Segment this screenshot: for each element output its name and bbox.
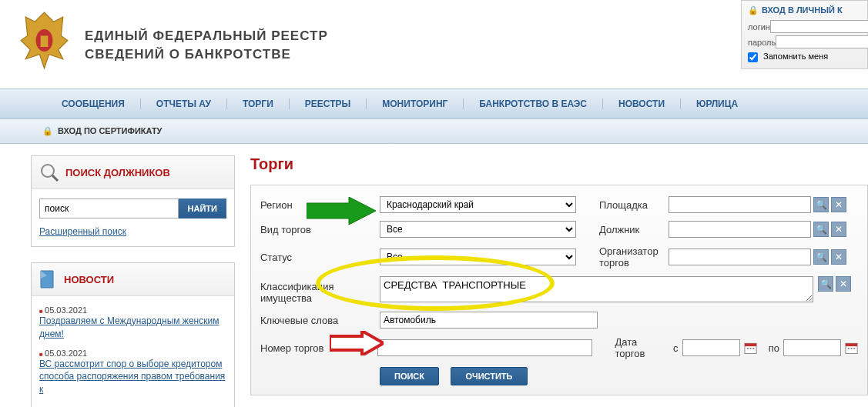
remember-checkbox[interactable]	[748, 52, 758, 62]
login-box-title[interactable]: 🔒ВХОД В ЛИЧНЫЙ К	[748, 5, 861, 15]
organizer-clear-icon[interactable]: ✕	[831, 249, 846, 265]
date-to-label: по	[769, 342, 779, 354]
news-icon	[38, 268, 58, 291]
svg-rect-9	[752, 348, 754, 349]
nav-eaes[interactable]: БАНКРОТСТВО В ЕАЭС	[464, 98, 603, 109]
debtor-lookup-icon[interactable]: 🔍	[813, 222, 829, 237]
svg-point-2	[42, 165, 54, 177]
svg-rect-12	[848, 348, 850, 349]
calendar-icon[interactable]	[845, 341, 858, 355]
region-select[interactable]: Краснодарский край	[380, 196, 576, 213]
password-input[interactable]	[776, 35, 868, 48]
date-label: Дата торгов	[615, 336, 668, 359]
news-date: 05.03.2021	[39, 305, 226, 315]
nav-news[interactable]: НОВОСТИ	[603, 98, 681, 109]
debtor-clear-icon[interactable]: ✕	[831, 222, 846, 237]
keywords-label: Ключевые слова	[260, 315, 380, 326]
platform-clear-icon[interactable]: ✕	[831, 197, 846, 212]
news-link[interactable]: Поздравляем с Международным женским днем…	[39, 315, 226, 341]
svg-rect-1	[41, 35, 49, 47]
date-from-input[interactable]	[682, 339, 740, 356]
debtor-search-input[interactable]	[39, 198, 179, 219]
number-label: Номер торгов	[260, 342, 377, 354]
svg-rect-5	[745, 343, 756, 346]
svg-rect-11	[846, 343, 857, 346]
svg-rect-7	[746, 348, 748, 349]
svg-rect-8	[749, 348, 751, 349]
advanced-search-link[interactable]: Расширенный поиск	[39, 226, 126, 237]
news-widget-title: НОВОСТИ	[64, 274, 114, 285]
organizer-label: Организатор торгов	[599, 245, 669, 269]
news-item: 05.03.2021 Поздравляем с Международным ж…	[39, 305, 226, 341]
password-label: пароль	[748, 38, 776, 47]
news-widget: НОВОСТИ 05.03.2021 Поздравляем с Междуна…	[31, 262, 235, 407]
platform-lookup-icon[interactable]: 🔍	[813, 197, 829, 212]
type-select[interactable]: Все	[380, 221, 576, 238]
status-label: Статус	[260, 252, 380, 263]
region-label: Регион	[260, 199, 380, 211]
emblem-icon	[15, 8, 73, 73]
type-label: Вид торгов	[260, 224, 380, 235]
nav-monitoring[interactable]: МОНИТОРИНГ	[367, 98, 464, 109]
nav-messages[interactable]: СООБЩЕНИЯ	[46, 98, 141, 109]
clear-button[interactable]: ОЧИСТИТЬ	[451, 367, 527, 385]
debtor-search-title: ПОИСК ДОЛЖНИКОВ	[65, 167, 170, 178]
auction-search-form: Регион Краснодарский край Площадка 🔍 ✕ В…	[250, 185, 868, 395]
magnifier-icon	[38, 161, 61, 184]
cert-login-link[interactable]: 🔒ВХОД ПО СЕРТИФИКАТУ	[42, 126, 162, 136]
classification-clear-icon[interactable]: ✕	[836, 276, 851, 292]
login-box: 🔒ВХОД В ЛИЧНЫЙ К логин пароль Запомнить …	[741, 0, 868, 69]
platform-input[interactable]	[669, 196, 811, 213]
number-input[interactable]	[377, 339, 592, 356]
login-input[interactable]	[770, 20, 868, 33]
calendar-icon[interactable]	[744, 341, 757, 355]
classification-lookup-icon[interactable]: 🔍	[818, 276, 833, 292]
classification-input[interactable]: СРЕДСТВА ТРАНСПОРТНЫЕ	[380, 276, 813, 302]
svg-line-3	[52, 175, 58, 181]
site-title: ЕДИНЫЙ ФЕДЕРАЛЬНЫЙ РЕЕСТР СВЕДЕНИЙ О БАН…	[85, 8, 328, 64]
nav-auctions[interactable]: ТОРГИ	[227, 98, 290, 109]
page-title: Торги	[250, 155, 868, 173]
lock-icon: 🔒	[42, 126, 53, 135]
nav-registries[interactable]: РЕЕСТРЫ	[290, 98, 367, 109]
nav-legal[interactable]: ЮРЛИЦА	[681, 98, 753, 109]
debtor-search-widget: ПОИСК ДОЛЖНИКОВ НАЙТИ Расширенный поиск	[31, 155, 235, 247]
lock-icon: 🔒	[748, 5, 759, 15]
organizer-lookup-icon[interactable]: 🔍	[813, 249, 829, 265]
keywords-input[interactable]	[380, 312, 598, 329]
debtor-label: Должник	[599, 224, 669, 235]
svg-rect-14	[853, 348, 855, 349]
main-nav: СООБЩЕНИЯ ОТЧЕТЫ АУ ТОРГИ РЕЕСТРЫ МОНИТО…	[0, 88, 868, 119]
news-item: 05.03.2021 ВС рассмотрит спор о выборе к…	[39, 349, 226, 396]
news-link[interactable]: ВС рассмотрит спор о выборе кредитором с…	[39, 358, 226, 396]
search-button[interactable]: ПОИСК	[380, 367, 439, 385]
organizer-input[interactable]	[669, 249, 811, 265]
status-select[interactable]: Все	[380, 249, 576, 265]
platform-label: Площадка	[599, 199, 669, 211]
debtor-input[interactable]	[669, 221, 811, 238]
date-from-label: с	[673, 342, 679, 354]
svg-rect-13	[851, 348, 853, 349]
nav-reports[interactable]: ОТЧЕТЫ АУ	[141, 98, 227, 109]
news-date: 05.03.2021	[39, 349, 226, 358]
find-button[interactable]: НАЙТИ	[179, 198, 226, 219]
cert-login-bar: 🔒ВХОД ПО СЕРТИФИКАТУ	[0, 119, 868, 144]
date-to-input[interactable]	[783, 339, 841, 356]
login-label: логин	[748, 22, 770, 32]
classification-label: Классификация имущества	[260, 276, 380, 304]
remember-label: Запомнить меня	[763, 52, 828, 61]
